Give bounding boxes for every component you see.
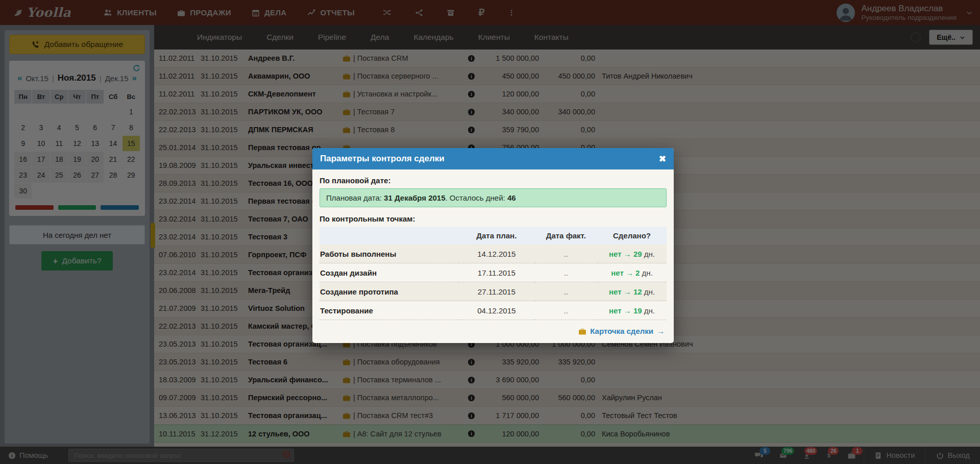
modal-title: Параметры контроля сделки <box>320 154 445 164</box>
milestone-done-status: нет → 2 дн. <box>597 263 667 282</box>
milestone-name: Создан дизайн <box>320 263 458 282</box>
close-icon[interactable]: ✖ <box>659 155 666 163</box>
milestone-row: Работы выполнены 14.12.2015 .. нет → 29 … <box>320 245 667 263</box>
done-value: нет <box>609 306 622 315</box>
planned-date-value: 31 Декабря 2015 <box>384 193 445 202</box>
milestone-fact-date: .. <box>535 263 597 282</box>
milestones-section-label: По контрольным точкам: <box>320 214 667 223</box>
briefcase-icon <box>578 327 586 335</box>
milestones-table: Дата план.Дата факт.Сделано? Работы выпо… <box>320 227 667 320</box>
milestone-done-status: нет → 29 дн. <box>597 245 667 263</box>
milestone-name: Работы выполнены <box>320 245 458 263</box>
milestone-row: Тестирование 04.12.2015 .. нет → 19 дн. <box>320 301 667 320</box>
planned-date-box: Плановая дата: 31 Декабря 2015. Осталось… <box>320 188 667 207</box>
milestone-fact-date: .. <box>535 282 597 301</box>
days-unit: дн. <box>642 268 653 277</box>
milestone-column-header: Дата факт. <box>535 227 597 245</box>
days-value: 19 <box>633 306 642 315</box>
milestone-name: Создание прототипа <box>320 282 458 301</box>
deal-card-link[interactable]: Карточка сделки → <box>578 327 665 335</box>
planned-date-prefix: Плановая дата: <box>326 193 384 202</box>
days-left-prefix: . Осталось дней: <box>446 193 507 202</box>
milestone-done-status: нет → 12 дн. <box>597 282 667 301</box>
modal-body: По плановой дате: Плановая дата: 31 Дека… <box>312 169 674 343</box>
days-left-value: 46 <box>507 193 516 202</box>
milestone-plan-date: 17.11.2015 <box>458 263 535 282</box>
milestone-done-status: нет → 19 дн. <box>597 301 667 320</box>
milestone-column-header: Дата план. <box>458 227 535 245</box>
days-value: 2 <box>635 268 640 277</box>
days-unit: дн. <box>644 287 655 296</box>
modal-header: Параметры контроля сделки ✖ <box>312 148 674 169</box>
milestone-column-header <box>320 227 458 245</box>
days-unit: дн. <box>644 250 655 258</box>
deal-control-modal: Параметры контроля сделки ✖ По плановой … <box>312 148 674 343</box>
deal-card-link-label: Карточка сделки <box>590 327 653 335</box>
done-value: нет <box>609 250 622 258</box>
milestone-plan-date: 27.11.2015 <box>458 282 535 301</box>
milestone-column-header: Сделано? <box>597 227 667 245</box>
milestone-name: Тестирование <box>320 301 458 320</box>
milestone-plan-date: 04.12.2015 <box>458 301 535 320</box>
milestone-fact-date: .. <box>535 301 597 320</box>
done-value: нет <box>609 287 622 296</box>
days-unit: дн. <box>644 306 655 315</box>
milestone-row: Создан дизайн 17.11.2015 .. нет → 2 дн. <box>320 263 667 282</box>
milestone-plan-date: 14.12.2015 <box>458 245 535 263</box>
milestone-row: Создание прототипа 27.11.2015 .. нет → 1… <box>320 282 667 301</box>
arrow-right-icon: → <box>624 250 633 258</box>
arrow-right-icon: → <box>624 287 633 296</box>
milestone-fact-date: .. <box>535 245 597 263</box>
days-value: 12 <box>633 287 642 296</box>
modal-footer: Карточка сделки → <box>320 320 667 336</box>
arrow-right-icon: → <box>624 306 633 315</box>
days-value: 29 <box>633 250 642 258</box>
done-value: нет <box>611 268 624 277</box>
arrow-right-icon: → <box>657 327 665 335</box>
planned-date-section-label: По плановой дате: <box>320 176 667 185</box>
arrow-right-icon: → <box>626 268 635 277</box>
